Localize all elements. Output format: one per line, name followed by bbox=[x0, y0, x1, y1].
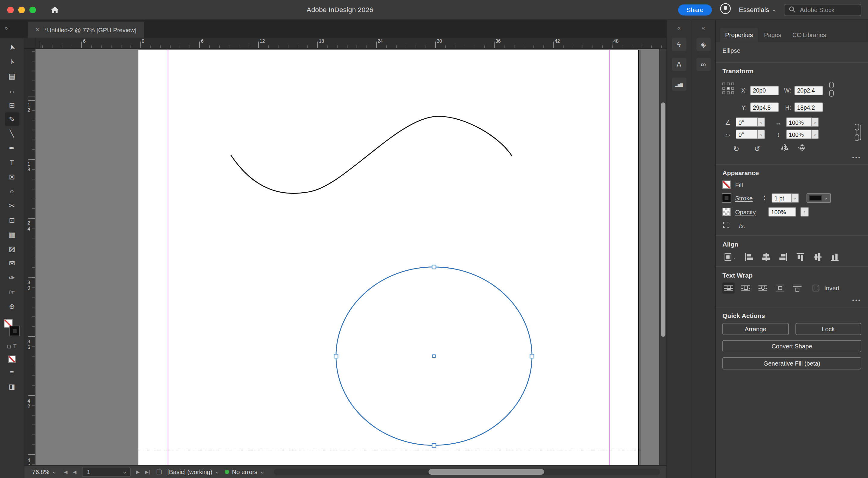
formatting-affects-text-icon[interactable]: T bbox=[13, 343, 17, 349]
direct-selection-tool[interactable]: ➢ bbox=[5, 55, 19, 68]
align-right-icon[interactable] bbox=[777, 251, 789, 262]
collapse-panel-chevrons[interactable]: « bbox=[677, 24, 681, 31]
jump-object-icon[interactable] bbox=[774, 282, 786, 293]
align-horizontal-center-icon[interactable] bbox=[760, 251, 772, 262]
tab-properties[interactable]: Properties bbox=[720, 28, 758, 42]
anchor-right[interactable] bbox=[530, 354, 534, 358]
apply-none-swatch[interactable] bbox=[8, 356, 16, 363]
selection-tool[interactable]: ➤ bbox=[5, 40, 19, 54]
pen-tool[interactable]: ✒ bbox=[5, 141, 19, 155]
preflight-profile-control[interactable]: [Basic] (working) ⌄ bbox=[167, 469, 219, 475]
rectangle-frame-tool[interactable]: ⊠ bbox=[5, 170, 19, 183]
transform-more-options[interactable]: ••• bbox=[722, 155, 861, 161]
tab-pages[interactable]: Pages bbox=[759, 28, 786, 42]
rotate-clockwise-button[interactable]: ↻ bbox=[730, 145, 742, 153]
stroke-color-dropdown[interactable]: ⌄ bbox=[807, 193, 831, 202]
reference-point-proxy[interactable] bbox=[722, 83, 736, 94]
scale-y-value[interactable]: 100% bbox=[786, 130, 811, 139]
free-transform-tool[interactable]: ⊡ bbox=[5, 213, 19, 227]
screen-mode-icon[interactable]: ◨ bbox=[9, 383, 15, 391]
gap-tool[interactable]: ↔ bbox=[5, 84, 19, 97]
anchor-left[interactable] bbox=[334, 354, 338, 358]
zoom-window-button[interactable] bbox=[29, 6, 36, 13]
chevron-down-icon[interactable]: ⌄ bbox=[812, 118, 819, 127]
fill-label[interactable]: Fill bbox=[735, 182, 743, 188]
close-window-button[interactable] bbox=[7, 6, 14, 13]
chevron-down-icon[interactable]: ⌄ bbox=[812, 130, 819, 139]
home-icon[interactable] bbox=[50, 6, 59, 13]
ref-point-selected[interactable] bbox=[727, 87, 730, 90]
eyedropper-tool[interactable]: ✑ bbox=[5, 271, 19, 284]
formatting-affects-container-icon[interactable]: □ bbox=[7, 343, 10, 349]
wrap-around-object-shape-icon[interactable] bbox=[757, 282, 769, 293]
workspace-switcher[interactable]: Essentials ⌄ bbox=[739, 6, 776, 13]
tab-cc-libraries[interactable]: CC Libraries bbox=[787, 28, 831, 42]
close-tab-icon[interactable]: × bbox=[36, 26, 40, 33]
convert-shape-button[interactable]: Convert Shape bbox=[722, 340, 861, 352]
ref-point[interactable] bbox=[727, 83, 730, 85]
note-tool[interactable]: ✉ bbox=[5, 256, 19, 270]
ref-point[interactable] bbox=[731, 83, 734, 85]
ellipse-tool[interactable]: ○ bbox=[5, 185, 19, 198]
ref-point[interactable] bbox=[731, 91, 734, 94]
text-wrap-more-options[interactable]: ••• bbox=[722, 297, 861, 304]
stroke-label[interactable]: Stroke bbox=[735, 195, 757, 201]
links-icon[interactable]: ∞ bbox=[696, 58, 711, 71]
anchor-top[interactable] bbox=[432, 265, 436, 269]
effects-fx-button[interactable]: fx. bbox=[739, 223, 745, 229]
scissors-tool[interactable]: ✂ bbox=[5, 199, 19, 212]
share-button[interactable]: Share bbox=[678, 4, 712, 15]
gradient-feather-tool[interactable]: ▨ bbox=[5, 242, 19, 255]
horizontal-scrollbar-thumb[interactable] bbox=[429, 469, 544, 475]
lock-button[interactable]: Lock bbox=[795, 323, 861, 335]
vertical-ruler[interactable]: 12 18 24 30 36 42 48 bbox=[24, 49, 36, 465]
character-styles-icon[interactable]: A bbox=[672, 58, 686, 71]
horizontal-scrollbar[interactable] bbox=[274, 469, 660, 475]
chevron-down-icon[interactable]: ⌄ bbox=[758, 130, 765, 139]
ref-point[interactable] bbox=[727, 91, 730, 94]
h-field[interactable]: 18p4.2 bbox=[795, 102, 824, 112]
y-field[interactable]: 29p4.8 bbox=[750, 102, 779, 112]
invert-checkbox[interactable] bbox=[812, 285, 819, 291]
vertical-scrollbar-thumb[interactable] bbox=[661, 102, 665, 337]
vertical-scrollbar[interactable] bbox=[659, 49, 667, 465]
jump-to-next-column-icon[interactable] bbox=[791, 282, 803, 293]
scale-x-combobox[interactable]: 100% ⌄ bbox=[786, 118, 818, 127]
arrange-button[interactable]: Arrange bbox=[722, 323, 788, 335]
shear-value[interactable]: 0° bbox=[736, 130, 758, 139]
curve-path-object[interactable] bbox=[231, 116, 512, 193]
align-left-icon[interactable] bbox=[743, 251, 755, 262]
fill-color-swatch[interactable] bbox=[722, 181, 731, 189]
align-to-dropdown-icon[interactable]: ⌄ bbox=[722, 251, 738, 262]
shear-combobox[interactable]: 0° ⌄ bbox=[736, 130, 765, 139]
anchor-bottom[interactable] bbox=[432, 443, 436, 447]
chevron-down-icon[interactable]: ⌄ bbox=[758, 118, 765, 127]
align-top-icon[interactable] bbox=[795, 251, 807, 262]
stroke-weight-combobox[interactable]: 1 pt ⌄ bbox=[772, 193, 799, 202]
ref-point[interactable] bbox=[722, 83, 725, 85]
opacity-swatch[interactable] bbox=[722, 208, 731, 216]
collapse-panel-chevrons[interactable]: « bbox=[702, 24, 705, 31]
expand-panel-chevrons[interactable]: » bbox=[4, 24, 8, 31]
graphs-icon[interactable]: ▂▅▇ bbox=[672, 77, 686, 91]
document-tab[interactable]: × *Untitled-2 @ 77% [GPU Preview] bbox=[28, 22, 144, 38]
discover-lightbulb-icon[interactable] bbox=[719, 3, 731, 17]
adobe-stock-search[interactable] bbox=[784, 4, 861, 16]
opacity-value[interactable]: 100% bbox=[768, 207, 796, 216]
stroke-weight-value[interactable]: 1 pt bbox=[772, 193, 792, 202]
quick-apply-icon[interactable]: ϟ bbox=[672, 38, 686, 51]
constrain-dimensions-link-icon[interactable] bbox=[828, 81, 835, 99]
pencil-tool[interactable]: ✎ bbox=[5, 113, 19, 126]
stroke-swatch[interactable] bbox=[10, 326, 19, 336]
opacity-more-button[interactable]: › bbox=[801, 207, 809, 216]
hand-tool[interactable]: ☞ bbox=[5, 285, 19, 298]
w-field[interactable]: 20p2.4 bbox=[795, 86, 824, 95]
flip-horizontal-button[interactable] bbox=[780, 144, 789, 153]
center-point[interactable] bbox=[433, 355, 435, 357]
view-options-icon[interactable]: ≡ bbox=[10, 369, 14, 377]
opacity-label[interactable]: Opacity bbox=[735, 209, 757, 215]
preflight-status-control[interactable]: No errors ⌄ bbox=[225, 469, 264, 475]
stock-search-input[interactable] bbox=[799, 6, 856, 13]
scale-y-combobox[interactable]: 100% ⌄ bbox=[786, 130, 818, 139]
stroke-weight-stepper[interactable]: ▴▾ bbox=[762, 195, 767, 201]
